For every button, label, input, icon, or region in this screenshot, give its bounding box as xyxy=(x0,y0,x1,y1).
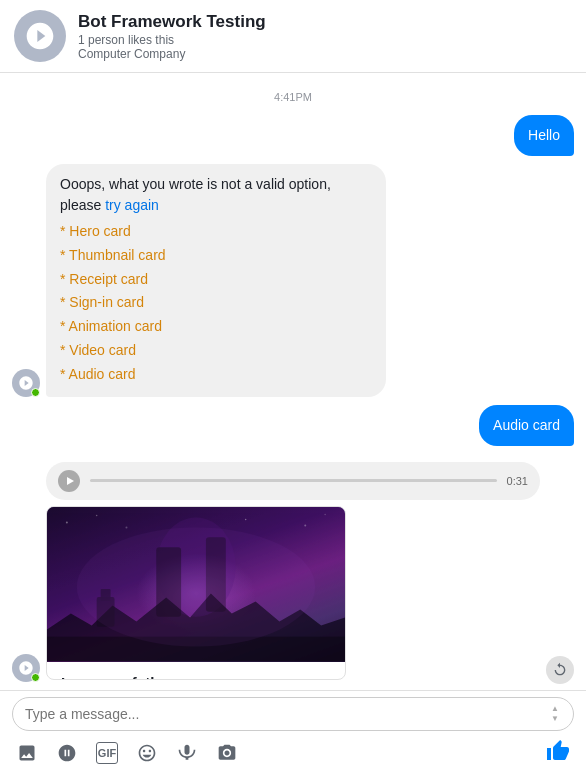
toolbar-row: GIF xyxy=(12,737,574,769)
message-input-row: ▲ ▼ xyxy=(12,697,574,731)
like-send-button[interactable] xyxy=(546,739,570,767)
page-title: Bot Framework Testing xyxy=(78,12,266,32)
list-item-video: Video card xyxy=(60,339,372,363)
play-button[interactable] xyxy=(58,470,80,492)
scroll-controls: ▲ ▼ xyxy=(549,704,561,724)
svg-point-4 xyxy=(304,524,306,526)
user-bubble-1: Hello xyxy=(514,115,574,156)
input-area: ▲ ▼ GIF xyxy=(0,690,586,773)
list-item-signin: Sign-in card xyxy=(60,291,372,315)
list-item-thumbnail: Thumbnail card xyxy=(60,244,372,268)
chat-wrapper: 4:41PM Hello Ooops, what you wrote is no… xyxy=(0,73,586,690)
refresh-button[interactable] xyxy=(546,656,574,684)
audio-progress-bar[interactable] xyxy=(90,479,497,482)
svg-point-0 xyxy=(66,521,68,523)
bot-avatar-icon xyxy=(24,20,56,52)
svg-point-1 xyxy=(96,514,98,516)
header-info: Bot Framework Testing 1 person likes thi… xyxy=(78,12,266,61)
card-body: I am your father Star Wars: Episode V - … xyxy=(47,662,345,680)
mic-icon xyxy=(177,743,197,763)
message-timestamp: 4:41PM xyxy=(12,91,574,103)
audio-duration: 0:31 xyxy=(507,475,528,487)
message-row-bot-1: Ooops, what you wrote is not a valid opt… xyxy=(12,164,574,397)
list-item-audio: Audio card xyxy=(60,363,372,387)
image-icon xyxy=(17,743,37,763)
message-input[interactable] xyxy=(25,706,543,722)
gif-label: GIF xyxy=(98,747,116,759)
refresh-icon xyxy=(552,662,568,678)
svg-point-12 xyxy=(77,527,315,646)
audio-card: I am your father Star Wars: Episode V - … xyxy=(46,506,346,680)
likes-count: 1 person likes this xyxy=(78,33,266,47)
bot-avatar-small-1 xyxy=(12,369,40,397)
image-attach-button[interactable] xyxy=(16,742,38,764)
list-item-animation: Animation card xyxy=(60,315,372,339)
emoji-button[interactable] xyxy=(136,742,158,764)
mic-button[interactable] xyxy=(176,742,198,764)
message-row-user-1: Hello xyxy=(12,115,574,156)
camera-button[interactable] xyxy=(216,742,238,764)
gif-button[interactable]: GIF xyxy=(96,742,118,764)
sticker-button[interactable] xyxy=(56,742,78,764)
try-again-link[interactable]: try again xyxy=(105,197,159,213)
bot-bubble-1: Ooops, what you wrote is not a valid opt… xyxy=(46,164,386,397)
list-item-hero: Hero card xyxy=(60,220,372,244)
bot-avatar-card-area xyxy=(12,654,46,682)
scroll-up-button[interactable]: ▲ xyxy=(549,704,561,714)
list-item-receipt: Receipt card xyxy=(60,268,372,292)
toolbar-icons: GIF xyxy=(16,742,238,764)
svg-point-5 xyxy=(324,513,325,514)
thumbs-up-icon xyxy=(546,739,570,763)
card-title: I am your father xyxy=(61,674,331,680)
bot-avatar-large xyxy=(14,10,66,62)
svg-point-2 xyxy=(125,526,127,528)
bot-avatar-small-2 xyxy=(12,654,40,682)
emoji-icon xyxy=(137,743,157,763)
message-row-user-2: Audio card xyxy=(12,405,574,446)
scroll-down-button[interactable]: ▼ xyxy=(549,714,561,724)
card-image-inner xyxy=(47,507,345,662)
card-image xyxy=(47,507,345,662)
online-indicator-2 xyxy=(31,673,40,682)
bot-intro-text: Ooops, what you wrote is not a valid opt… xyxy=(60,176,331,213)
user-bubble-2: Audio card xyxy=(479,405,574,446)
company-name: Computer Company xyxy=(78,47,266,61)
chat-area: 4:41PM Hello Ooops, what you wrote is no… xyxy=(0,73,586,690)
scene-svg xyxy=(47,507,345,662)
options-list: Hero card Thumbnail card Receipt card Si… xyxy=(60,220,372,387)
sticker-icon xyxy=(57,743,77,763)
audio-player[interactable]: 0:31 xyxy=(46,462,540,500)
online-indicator xyxy=(31,388,40,397)
camera-icon xyxy=(217,743,237,763)
svg-point-3 xyxy=(245,518,247,520)
chat-header: Bot Framework Testing 1 person likes thi… xyxy=(0,0,586,73)
